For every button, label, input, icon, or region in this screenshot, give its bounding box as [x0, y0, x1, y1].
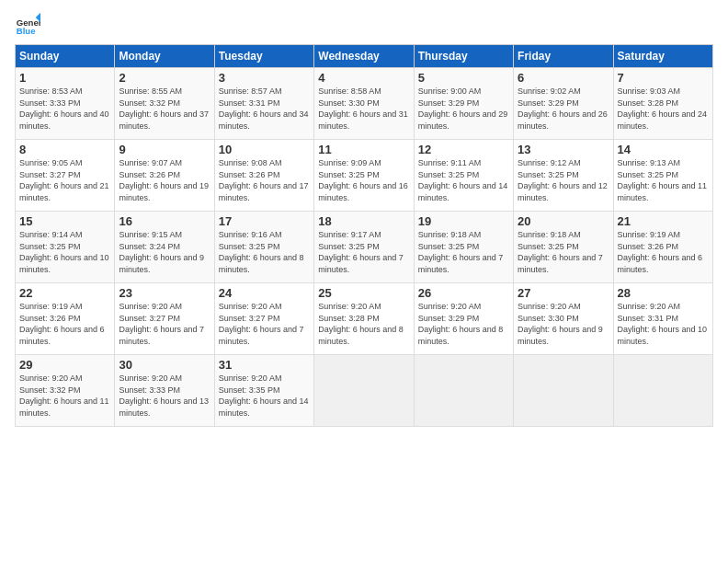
calendar-cell: 5Sunrise: 9:00 AMSunset: 3:29 PMDaylight… [414, 68, 513, 140]
calendar-cell: 27Sunrise: 9:20 AMSunset: 3:30 PMDayligh… [514, 283, 613, 355]
calendar-cell: 28Sunrise: 9:20 AMSunset: 3:31 PMDayligh… [613, 283, 712, 355]
day-info: Sunrise: 8:53 AMSunset: 3:33 PMDaylight:… [19, 86, 110, 132]
calendar-cell: 4Sunrise: 8:58 AMSunset: 3:30 PMDaylight… [314, 68, 414, 140]
calendar-cell: 13Sunrise: 9:12 AMSunset: 3:25 PMDayligh… [514, 140, 613, 212]
day-info: Sunrise: 9:14 AMSunset: 3:25 PMDaylight:… [19, 229, 110, 275]
day-number: 6 [518, 71, 609, 85]
col-header-wednesday: Wednesday [314, 45, 414, 68]
calendar-cell: 11Sunrise: 9:09 AMSunset: 3:25 PMDayligh… [314, 140, 414, 212]
day-info: Sunrise: 9:00 AMSunset: 3:29 PMDaylight:… [418, 86, 509, 132]
day-number: 10 [219, 143, 310, 156]
day-number: 13 [518, 143, 609, 156]
calendar-cell: 15Sunrise: 9:14 AMSunset: 3:25 PMDayligh… [16, 212, 115, 283]
calendar-cell: 1Sunrise: 8:53 AMSunset: 3:33 PMDaylight… [16, 68, 115, 140]
calendar-cell: 31Sunrise: 9:20 AMSunset: 3:35 PMDayligh… [214, 355, 313, 427]
calendar-cell: 16Sunrise: 9:15 AMSunset: 3:24 PMDayligh… [115, 212, 214, 283]
svg-text:Blue: Blue [17, 26, 36, 36]
day-number: 19 [418, 214, 509, 228]
day-number: 31 [219, 358, 310, 372]
day-number: 24 [219, 286, 310, 300]
day-info: Sunrise: 9:11 AMSunset: 3:25 PMDaylight:… [418, 157, 509, 203]
day-info: Sunrise: 9:17 AMSunset: 3:25 PMDaylight:… [318, 229, 409, 275]
calendar-cell: 14Sunrise: 9:13 AMSunset: 3:25 PMDayligh… [613, 140, 712, 212]
week-row-5: 29Sunrise: 9:20 AMSunset: 3:32 PMDayligh… [16, 355, 713, 427]
day-number: 15 [19, 214, 110, 228]
day-info: Sunrise: 9:12 AMSunset: 3:25 PMDaylight:… [518, 157, 609, 203]
calendar-cell: 24Sunrise: 9:20 AMSunset: 3:27 PMDayligh… [214, 283, 313, 355]
day-info: Sunrise: 9:19 AMSunset: 3:26 PMDaylight:… [618, 229, 709, 275]
day-number: 14 [618, 143, 709, 156]
logo: General Blue [15, 11, 42, 37]
day-number: 1 [19, 71, 110, 85]
col-header-thursday: Thursday [414, 45, 513, 68]
day-number: 3 [219, 71, 310, 85]
day-info: Sunrise: 9:09 AMSunset: 3:25 PMDaylight:… [318, 157, 409, 203]
day-number: 2 [119, 71, 210, 85]
day-info: Sunrise: 9:18 AMSunset: 3:25 PMDaylight:… [418, 229, 509, 275]
day-info: Sunrise: 9:20 AMSunset: 3:35 PMDaylight:… [219, 373, 310, 419]
col-header-tuesday: Tuesday [214, 45, 313, 68]
day-number: 25 [318, 286, 409, 300]
day-info: Sunrise: 9:08 AMSunset: 3:26 PMDaylight:… [219, 157, 310, 203]
col-header-saturday: Saturday [613, 45, 712, 68]
day-number: 20 [518, 214, 609, 228]
day-number: 17 [219, 214, 310, 228]
calendar-cell: 7Sunrise: 9:03 AMSunset: 3:28 PMDaylight… [613, 68, 712, 140]
day-number: 11 [318, 143, 409, 156]
calendar-cell [613, 355, 712, 427]
calendar-cell: 10Sunrise: 9:08 AMSunset: 3:26 PMDayligh… [214, 140, 313, 212]
calendar-cell: 12Sunrise: 9:11 AMSunset: 3:25 PMDayligh… [414, 140, 513, 212]
day-info: Sunrise: 9:03 AMSunset: 3:28 PMDaylight:… [618, 86, 709, 132]
calendar-cell: 23Sunrise: 9:20 AMSunset: 3:27 PMDayligh… [115, 283, 214, 355]
day-number: 12 [418, 143, 509, 156]
calendar-cell: 3Sunrise: 8:57 AMSunset: 3:31 PMDaylight… [214, 68, 313, 140]
day-number: 5 [418, 71, 509, 85]
day-number: 22 [19, 286, 110, 300]
day-info: Sunrise: 9:20 AMSunset: 3:31 PMDaylight:… [618, 301, 709, 347]
day-number: 9 [119, 143, 210, 156]
day-number: 26 [418, 286, 509, 300]
day-number: 7 [618, 71, 709, 85]
day-info: Sunrise: 9:16 AMSunset: 3:25 PMDaylight:… [219, 229, 310, 275]
day-number: 30 [119, 358, 210, 372]
day-info: Sunrise: 8:57 AMSunset: 3:31 PMDaylight:… [219, 86, 310, 132]
calendar-cell: 19Sunrise: 9:18 AMSunset: 3:25 PMDayligh… [414, 212, 513, 283]
day-info: Sunrise: 9:13 AMSunset: 3:25 PMDaylight:… [618, 157, 709, 203]
calendar-cell: 20Sunrise: 9:18 AMSunset: 3:25 PMDayligh… [514, 212, 613, 283]
col-header-monday: Monday [115, 45, 214, 68]
calendar-cell: 22Sunrise: 9:19 AMSunset: 3:26 PMDayligh… [16, 283, 115, 355]
calendar-cell [314, 355, 414, 427]
day-info: Sunrise: 9:20 AMSunset: 3:32 PMDaylight:… [19, 373, 110, 419]
calendar-cell: 17Sunrise: 9:16 AMSunset: 3:25 PMDayligh… [214, 212, 313, 283]
col-header-friday: Friday [514, 45, 613, 68]
day-info: Sunrise: 9:20 AMSunset: 3:27 PMDaylight:… [219, 301, 310, 347]
day-info: Sunrise: 9:20 AMSunset: 3:28 PMDaylight:… [318, 301, 409, 347]
calendar-cell: 30Sunrise: 9:20 AMSunset: 3:33 PMDayligh… [115, 355, 214, 427]
day-info: Sunrise: 9:05 AMSunset: 3:27 PMDaylight:… [19, 157, 110, 203]
day-info: Sunrise: 9:20 AMSunset: 3:30 PMDaylight:… [518, 301, 609, 347]
day-info: Sunrise: 9:19 AMSunset: 3:26 PMDaylight:… [19, 301, 110, 347]
week-row-3: 15Sunrise: 9:14 AMSunset: 3:25 PMDayligh… [16, 212, 713, 283]
calendar-cell [414, 355, 513, 427]
day-info: Sunrise: 9:18 AMSunset: 3:25 PMDaylight:… [518, 229, 609, 275]
calendar-table: SundayMondayTuesdayWednesdayThursdayFrid… [15, 44, 713, 427]
day-number: 4 [318, 71, 409, 85]
calendar-cell: 8Sunrise: 9:05 AMSunset: 3:27 PMDaylight… [16, 140, 115, 212]
day-number: 27 [518, 286, 609, 300]
day-number: 28 [618, 286, 709, 300]
day-info: Sunrise: 9:20 AMSunset: 3:29 PMDaylight:… [418, 301, 509, 347]
day-number: 8 [19, 143, 110, 156]
day-number: 23 [119, 286, 210, 300]
calendar-cell: 18Sunrise: 9:17 AMSunset: 3:25 PMDayligh… [314, 212, 414, 283]
day-info: Sunrise: 9:15 AMSunset: 3:24 PMDaylight:… [119, 229, 210, 275]
calendar-cell: 2Sunrise: 8:55 AMSunset: 3:32 PMDaylight… [115, 68, 214, 140]
week-row-1: 1Sunrise: 8:53 AMSunset: 3:33 PMDaylight… [16, 68, 713, 140]
col-header-sunday: Sunday [16, 45, 115, 68]
calendar-cell: 9Sunrise: 9:07 AMSunset: 3:26 PMDaylight… [115, 140, 214, 212]
day-info: Sunrise: 9:20 AMSunset: 3:33 PMDaylight:… [119, 373, 210, 419]
calendar-cell: 26Sunrise: 9:20 AMSunset: 3:29 PMDayligh… [414, 283, 513, 355]
day-number: 29 [19, 358, 110, 372]
week-row-2: 8Sunrise: 9:05 AMSunset: 3:27 PMDaylight… [16, 140, 713, 212]
day-info: Sunrise: 9:20 AMSunset: 3:27 PMDaylight:… [119, 301, 210, 347]
week-row-4: 22Sunrise: 9:19 AMSunset: 3:26 PMDayligh… [16, 283, 713, 355]
